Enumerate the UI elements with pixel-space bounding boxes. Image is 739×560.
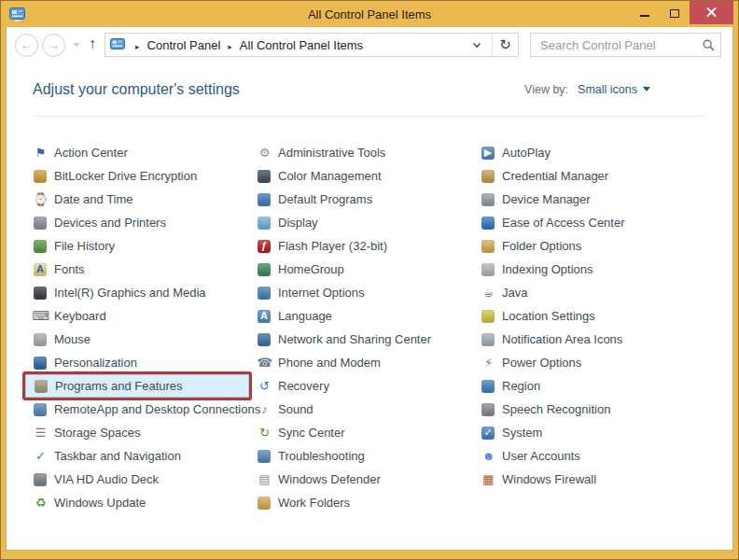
item-keyboard[interactable]: ⌨Keyboard — [25, 304, 257, 328]
breadcrumb-separator-icon: ▸ — [130, 42, 146, 51]
address-dropdown-icon[interactable] — [473, 40, 481, 48]
item-indexing-options[interactable]: Indexing Options — [473, 258, 714, 281]
item-windows-defender[interactable]: ▤Windows Defender — [249, 468, 481, 491]
item-display[interactable]: Display — [249, 211, 481, 234]
item-network-and-sharing-center[interactable]: Network and Sharing Center — [249, 328, 481, 351]
action-center-icon: ⚑ — [33, 146, 49, 161]
minimize-button[interactable] — [630, 1, 660, 24]
item-autoplay[interactable]: ▶AutoPlay — [473, 141, 714, 164]
view-by-dropdown-icon[interactable] — [643, 87, 650, 91]
color-management-icon — [258, 170, 271, 183]
recent-pages-dropdown-icon[interactable] — [73, 43, 80, 47]
item-speech-recognition[interactable]: Speech Recognition — [473, 398, 714, 421]
item-location-settings[interactable]: Location Settings — [473, 304, 714, 328]
recovery-icon: ↺ — [257, 379, 272, 394]
homegroup-icon — [258, 263, 271, 276]
breadcrumb-item[interactable]: All Control Panel Items — [238, 38, 365, 52]
breadcrumb-item[interactable]: Control Panel — [146, 38, 223, 52]
administrative-tools-icon: ⚙ — [257, 146, 272, 161]
item-label: Speech Recognition — [502, 402, 610, 416]
item-label: Intel(R) Graphics and Media — [54, 286, 206, 300]
item-label: Sync Center — [278, 426, 345, 440]
file-history-icon — [34, 240, 47, 253]
item-personalization[interactable]: Personalization — [25, 351, 257, 374]
item-sync-center[interactable]: ↻Sync Center — [249, 421, 481, 444]
item-via-hd-audio-deck[interactable]: VIA HD Audio Deck — [25, 468, 257, 491]
item-administrative-tools[interactable]: ⚙Administrative Tools — [249, 141, 481, 164]
item-mouse[interactable]: Mouse — [25, 328, 257, 351]
item-label: Folder Options — [502, 239, 581, 253]
item-color-management[interactable]: Color Management — [249, 164, 481, 188]
intel-graphics-and-media-icon — [34, 287, 47, 300]
item-credential-manager[interactable]: Credential Manager — [473, 164, 714, 188]
item-label: Programs and Features — [55, 379, 183, 393]
item-label: Region — [502, 379, 540, 393]
item-troubleshooting[interactable]: Troubleshooting — [249, 444, 481, 468]
item-system[interactable]: ✓System — [473, 421, 714, 444]
item-power-options[interactable]: ⚡Power Options — [473, 351, 714, 374]
address-bar[interactable]: ▸Control Panel▸All Control Panel Items ↻ — [105, 33, 519, 57]
item-recovery[interactable]: ↺Recovery — [249, 374, 481, 398]
windows-update-icon: ♻ — [33, 496, 49, 511]
item-flash-player[interactable]: ƒFlash Player (32-bit) — [249, 234, 481, 258]
back-button[interactable]: ← — [15, 34, 38, 57]
items-column: ⚙Administrative ToolsColor ManagementDef… — [257, 141, 481, 514]
item-language[interactable]: ALanguage — [249, 304, 481, 328]
refresh-button[interactable]: ↻ — [492, 34, 518, 56]
up-button[interactable]: ↑ — [89, 35, 96, 52]
item-label: Location Settings — [502, 309, 595, 323]
item-action-center[interactable]: ⚑Action Center — [25, 141, 257, 164]
item-label: Color Management — [278, 169, 382, 183]
item-java[interactable]: ☕Java — [473, 281, 714, 304]
region-icon — [481, 380, 495, 393]
item-sound[interactable]: ♪Sound — [249, 398, 481, 421]
title-bar: All Control Panel Items — [1, 1, 738, 27]
item-intel-graphics-and-media[interactable]: Intel(R) Graphics and Media — [25, 281, 257, 304]
item-default-programs[interactable]: Default Programs — [249, 188, 481, 211]
item-windows-update[interactable]: ♻Windows Update — [25, 491, 257, 514]
java-icon: ☕ — [481, 286, 496, 301]
item-bitlocker-drive-encryption[interactable]: BitLocker Drive Encryption — [25, 164, 257, 188]
maximize-button[interactable] — [660, 1, 690, 24]
item-remoteapp-and-desktop-connections[interactable]: RemoteApp and Desktop Connections — [25, 398, 257, 421]
item-internet-options[interactable]: Internet Options — [249, 281, 481, 304]
item-phone-and-modem[interactable]: ☎Phone and Modem — [249, 351, 481, 374]
item-folder-options[interactable]: Folder Options — [473, 234, 714, 258]
language-icon: A — [258, 310, 271, 323]
search-input[interactable] — [538, 37, 703, 53]
view-by-value[interactable]: Small icons — [578, 83, 637, 96]
personalization-icon — [34, 357, 47, 370]
troubleshooting-icon — [258, 450, 271, 463]
item-taskbar-and-navigation[interactable]: ✓Taskbar and Navigation — [25, 444, 257, 468]
fonts-icon: A — [34, 263, 47, 276]
item-label: Keyboard — [54, 309, 106, 323]
item-windows-firewall[interactable]: ▦Windows Firewall — [473, 468, 714, 491]
item-programs-and-features[interactable]: Programs and Features — [25, 374, 249, 398]
item-label: Taskbar and Navigation — [54, 449, 181, 463]
item-label: HomeGroup — [278, 262, 344, 276]
item-file-history[interactable]: File History — [25, 234, 257, 258]
item-date-and-time[interactable]: ⌚Date and Time — [25, 188, 257, 211]
forward-button[interactable]: → — [42, 34, 65, 57]
network-and-sharing-center-icon — [258, 333, 271, 346]
item-work-folders[interactable]: Work Folders — [249, 491, 481, 514]
navigation-bar: ← → ↑ ▸Control Panel▸All Control Panel I… — [7, 27, 732, 63]
item-device-manager[interactable]: Device Manager — [473, 188, 714, 211]
item-user-accounts[interactable]: ☻User Accounts — [473, 444, 714, 468]
close-button[interactable] — [690, 1, 733, 24]
date-and-time-icon: ⌚ — [33, 192, 49, 207]
item-devices-and-printers[interactable]: Devices and Printers — [25, 211, 257, 234]
sync-center-icon: ↻ — [257, 426, 272, 441]
item-label: Sound — [278, 402, 314, 416]
item-label: Device Manager — [502, 192, 591, 206]
item-ease-of-access-center[interactable]: Ease of Access Center — [473, 211, 714, 234]
display-icon — [258, 217, 271, 230]
item-label: Indexing Options — [502, 262, 593, 276]
item-notification-area-icons[interactable]: Notification Area Icons — [473, 328, 714, 351]
item-homegroup[interactable]: HomeGroup — [249, 258, 481, 281]
item-region[interactable]: Region — [473, 374, 714, 398]
item-storage-spaces[interactable]: ☰Storage Spaces — [25, 421, 257, 444]
item-fonts[interactable]: AFonts — [25, 258, 257, 281]
item-label: Java — [502, 286, 527, 300]
forward-icon: → — [48, 37, 61, 52]
